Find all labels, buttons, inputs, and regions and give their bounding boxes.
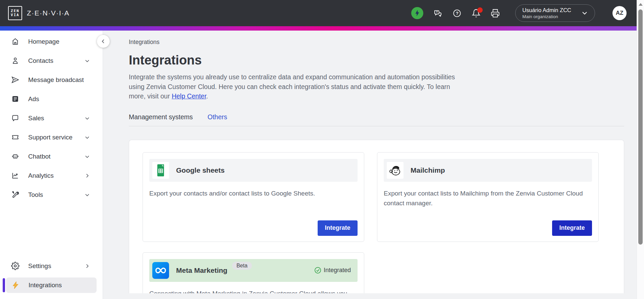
chevron-down-icon: [581, 9, 589, 17]
tab-bar: Management systems Others: [129, 113, 624, 126]
integration-card-meta-marketing: Meta Marketing Beta Integrated Connectin…: [143, 252, 364, 293]
brand-wordmark: Z·E·N·V·I·A: [27, 9, 69, 17]
top-bar: ZEN VIA Z·E·N·V·I·A ? ?: [0, 0, 644, 26]
analytics-icon: [11, 171, 19, 180]
organization-name: Main organization: [522, 14, 571, 19]
lightning-icon: [11, 281, 20, 290]
printer-icon[interactable]: [491, 9, 500, 18]
chatbot-icon: [11, 152, 19, 161]
status-lightning-icon[interactable]: [411, 7, 423, 19]
card-description: Export your contacts and/or contact list…: [149, 188, 358, 198]
chevron-right-icon: [84, 172, 91, 179]
chevron-down-icon: [84, 134, 91, 141]
send-icon: [11, 76, 19, 84]
ads-icon: [11, 95, 19, 103]
avatar-initials: AZ: [616, 10, 624, 16]
scrollbar-thumb[interactable]: [638, 9, 643, 245]
sidebar-item-chatbot[interactable]: Chatbot: [0, 147, 103, 166]
integrate-button-google-sheets[interactable]: Integrate: [318, 220, 358, 236]
svg-text:?: ?: [456, 11, 459, 16]
sidebar-item-sales[interactable]: Sales: [0, 109, 103, 128]
integration-card-google-sheets: Google sheets Export your contacts and/o…: [143, 152, 364, 242]
sidebar-item-analytics[interactable]: Analytics: [0, 166, 103, 185]
sidebar-item-support-service[interactable]: Support service: [0, 128, 103, 147]
sidebar-item-label: Analytics: [28, 172, 54, 179]
user-name: Usuário Admin ZCC: [522, 7, 571, 13]
sidebar-active-indicator: Integrations: [0, 277, 103, 293]
card-title: Mailchimp: [411, 166, 445, 174]
sidebar-spacer: [0, 204, 103, 256]
chevron-down-icon: [84, 153, 91, 160]
check-circle-icon: [314, 267, 321, 274]
contacts-icon: [11, 56, 19, 65]
brand-gradient-bar: [0, 26, 644, 31]
status-badge: Integrated: [314, 267, 351, 274]
mailchimp-icon: [387, 162, 404, 179]
sidebar-item-label: Integrations: [29, 282, 62, 289]
integrations-panel: Google sheets Export your contacts and/o…: [129, 140, 624, 293]
sidebar-item-label: Homepage: [28, 38, 59, 45]
svg-text:?: ?: [436, 10, 438, 13]
card-header: Mailchimp: [384, 159, 592, 182]
sidebar-item-label: Contacts: [28, 57, 53, 65]
chat-support-icon[interactable]: ?: [433, 9, 442, 18]
page-title: Integrations: [129, 53, 624, 68]
main-content: Integrations Integrations Integrate the …: [103, 31, 644, 299]
chevron-down-icon: [84, 191, 91, 198]
chevron-down-icon: [84, 115, 91, 122]
chevron-down-icon: [84, 57, 91, 64]
zenvia-logo-icon: ZEN VIA: [8, 6, 22, 20]
sidebar-item-message-broadcast[interactable]: Message broadcast: [0, 70, 103, 89]
card-description: Export your contact lists to Mailchimp f…: [384, 188, 592, 208]
description-period: .: [206, 92, 208, 100]
tab-others[interactable]: Others: [208, 113, 227, 121]
card-header: Meta Marketing Beta Integrated: [149, 259, 358, 282]
sidebar-item-label: Ads: [28, 95, 39, 103]
sidebar-item-settings[interactable]: Settings: [0, 256, 103, 275]
card-title: Google sheets: [176, 166, 225, 174]
sidebar-collapse-button[interactable]: [97, 35, 110, 48]
page-description: Integrate the systems you already use to…: [129, 72, 468, 101]
integrate-button-mailchimp[interactable]: Integrate: [552, 220, 592, 236]
sidebar-item-ads[interactable]: Ads: [0, 89, 103, 109]
home-icon: [11, 37, 19, 46]
card-header: Google sheets: [149, 159, 358, 182]
card-description: Connecting with Meta Marketing in Zenvia…: [149, 289, 358, 293]
scrollbar-up-arrow-icon[interactable]: [639, 3, 643, 6]
sidebar-item-label: Chatbot: [28, 153, 51, 160]
help-icon[interactable]: ?: [452, 9, 462, 18]
sidebar-item-label: Tools: [28, 191, 43, 199]
sidebar-item-label: Support service: [28, 134, 72, 141]
page-scrollbar[interactable]: [637, 0, 644, 299]
breadcrumb: Integrations: [129, 39, 624, 46]
beta-badge: Beta: [232, 262, 252, 270]
sales-icon: [11, 114, 19, 123]
meta-icon: [152, 262, 169, 279]
sidebar-item-label: Settings: [28, 262, 51, 270]
card-title: Meta Marketing: [176, 266, 227, 274]
status-label: Integrated: [324, 267, 351, 274]
chevron-right-icon: [84, 263, 91, 269]
organization-switcher[interactable]: Usuário Admin ZCC Main organization: [515, 4, 595, 22]
avatar[interactable]: AZ: [612, 6, 627, 20]
sidebar-item-contacts[interactable]: Contacts: [0, 51, 103, 70]
sidebar: Homepage Contacts Message broadcast Ads: [0, 31, 103, 299]
tab-management-systems[interactable]: Management systems: [129, 113, 193, 121]
sidebar-item-homepage[interactable]: Homepage: [0, 32, 103, 51]
tools-icon: [11, 190, 19, 199]
google-sheets-icon: [152, 162, 169, 179]
gear-icon: [11, 262, 19, 270]
logo-text-bottom: VIA: [11, 13, 19, 17]
integration-card-mailchimp: Mailchimp Export your contact lists to M…: [377, 152, 599, 242]
sidebar-item-label: Sales: [28, 115, 44, 122]
sidebar-item-integrations[interactable]: Integrations: [6, 277, 97, 293]
notification-badge: [477, 7, 483, 13]
sidebar-item-label: Message broadcast: [28, 76, 84, 84]
sidebar-item-tools[interactable]: Tools: [0, 185, 103, 204]
ticket-icon: [11, 133, 19, 142]
notifications-bell-icon[interactable]: [472, 9, 481, 18]
help-center-link[interactable]: Help Center: [172, 92, 206, 100]
